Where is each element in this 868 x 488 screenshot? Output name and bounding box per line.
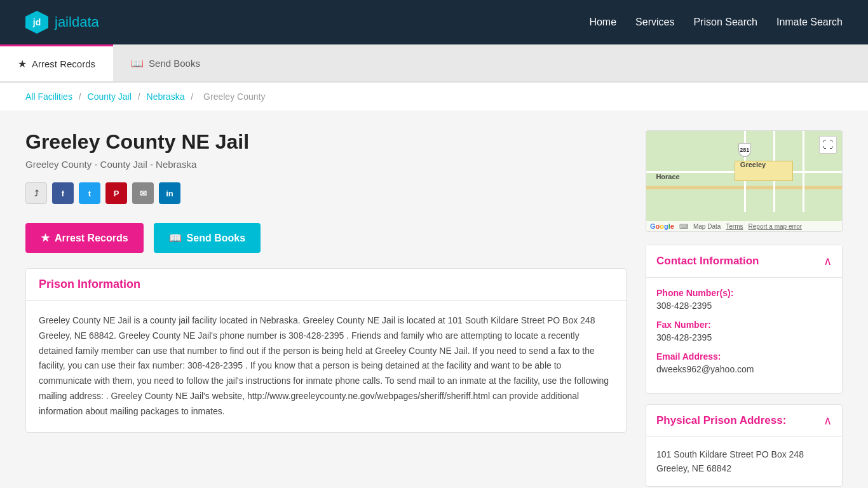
address-collapse-icon[interactable]: ∧ [824,414,832,428]
tab-arrest-records[interactable]: ★ Arrest Records [0,44,113,81]
facility-subtitle: Greeley County - County Jail - Nebraska [25,159,627,170]
google-logo: Google [650,222,674,230]
star-icon: ★ [18,58,27,70]
address-card-body: 101 South Kildare Street PO Box 248 Gree… [646,437,842,486]
book-icon: 📖 [169,232,182,244]
map-road-vertical3 [803,131,804,212]
map-route-shield: 281 [738,143,751,157]
email-label: Email Address: [656,351,832,362]
logo-icon: jd [25,11,48,34]
contact-heading: Contact Information [656,255,759,268]
prison-info-body: Greeley County NE Jail is a county jail … [26,301,626,432]
map-report-link[interactable]: Report a map error [749,223,802,230]
map-label-greeley: Greeley [740,161,766,168]
address-card-header: Physical Prison Address: ∧ [646,405,842,437]
book-icon: 📖 [131,57,144,69]
tab-arrest-records-label: Arrest Records [32,58,95,69]
contact-card-header: Contact Information ∧ [646,245,842,278]
fax-value: 308-428-2395 [656,332,832,342]
map-data-label: Map Data [693,223,721,230]
fax-field: Fax Number: 308-428-2395 [656,320,832,342]
map-footer: Google ⌨ Map Data Terms Report a map err… [646,221,842,231]
nav-links: Home Services Prison Search Inmate Searc… [589,17,843,28]
phone-label: Phone Number(s): [656,288,832,298]
nav-prison-search[interactable]: Prison Search [693,17,757,27]
social-email-button[interactable]: ✉ [132,182,154,204]
address-line2: Greeley, NE 68842 [656,461,832,475]
social-share-button[interactable]: ⤴ [25,182,47,204]
brand-name: jaildata [55,14,99,30]
social-icons: ⤴ f t P ✉ in [25,182,627,204]
map-inner: 281 Horace Greeley ⛶ Google ⌨ Map Data T… [646,131,842,231]
social-twitter-button[interactable]: t [79,182,100,204]
left-column: Greeley County NE Jail Greeley County - … [25,130,627,487]
brand-logo[interactable]: jd jaildata [25,11,99,34]
facility-title: Greeley County NE Jail [25,130,627,154]
contact-card: Contact Information ∧ Phone Number(s): 3… [646,245,843,394]
prison-info-card: Prison Information Greeley County NE Jai… [25,268,627,433]
breadcrumb: All Facilities / County Jail / Nebraska … [0,83,868,111]
prison-info-heading: Prison Information [39,278,613,291]
tabs-bar: ★ Arrest Records 📖 Send Books [0,44,868,83]
phone-field: Phone Number(s): 308-428-2395 [656,288,832,311]
keyboard-icon: ⌨ [679,223,688,230]
address-card: Physical Prison Address: ∧ 101 South Kil… [646,404,843,487]
breadcrumb-all-facilities[interactable]: All Facilities [25,92,72,102]
breadcrumb-nebraska[interactable]: Nebraska [147,92,185,102]
phone-value: 308-428-2395 [656,301,832,311]
nav-home[interactable]: Home [589,17,616,27]
address-line1: 101 South Kildare Street PO Box 248 [656,447,832,461]
map-terms-link[interactable]: Terms [726,223,743,230]
email-field: Email Address: dweeks962@yahoo.com [656,351,832,374]
address-heading: Physical Prison Address: [656,414,786,427]
right-column: 281 Horace Greeley ⛶ Google ⌨ Map Data T… [646,130,843,487]
prison-info-text: Greeley County NE Jail is a county jail … [39,313,613,419]
action-buttons: ★ Arrest Records 📖 Send Books [25,223,627,253]
map-expand-button[interactable]: ⛶ [819,136,837,154]
social-linkedin-button[interactable]: in [159,182,180,204]
prison-info-header: Prison Information [26,269,626,301]
social-pinterest-button[interactable]: P [105,182,127,204]
nav-services[interactable]: Services [635,17,674,27]
map-label-horace: Horace [656,173,679,180]
arrest-records-button[interactable]: ★ Arrest Records [25,223,144,253]
navbar: jd jaildata Home Services Prison Search … [0,0,868,44]
email-value: dweeks962@yahoo.com [656,364,832,374]
tab-send-books[interactable]: 📖 Send Books [113,44,218,81]
fax-label: Fax Number: [656,320,832,330]
map-container: 281 Horace Greeley ⛶ Google ⌨ Map Data T… [646,130,843,232]
breadcrumb-current: Greeley County [203,92,265,102]
send-books-button[interactable]: 📖 Send Books [154,223,261,253]
contact-collapse-icon[interactable]: ∧ [824,254,832,268]
social-facebook-button[interactable]: f [52,182,74,204]
contact-card-body: Phone Number(s): 308-428-2395 Fax Number… [646,278,842,393]
tab-send-books-label: Send Books [149,58,200,69]
breadcrumb-county-jail[interactable]: County Jail [88,92,132,102]
star-icon: ★ [41,232,50,244]
nav-inmate-search[interactable]: Inmate Search [776,17,843,27]
main-content: Greeley County NE Jail Greeley County - … [0,111,868,488]
